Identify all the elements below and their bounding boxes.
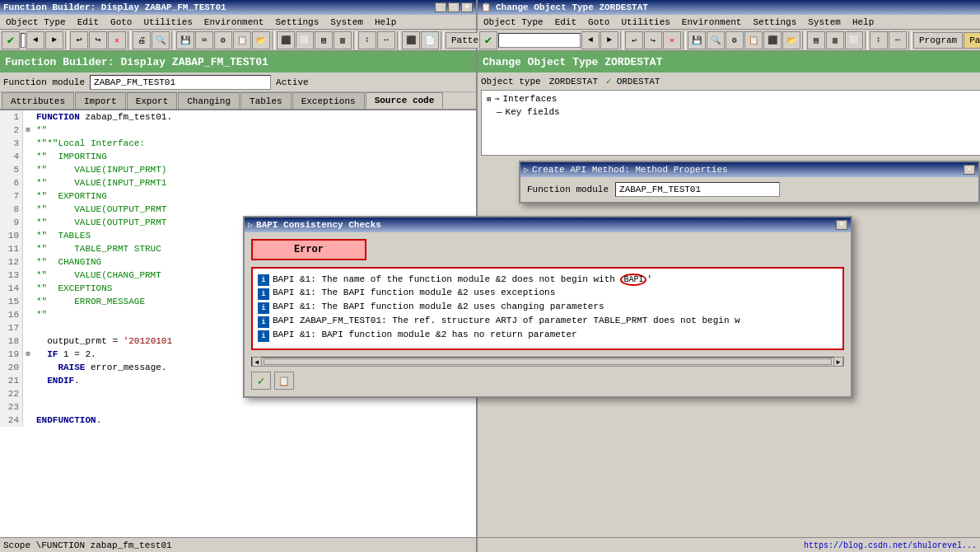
menu-goto[interactable]: Goto <box>108 16 134 28</box>
tb-btn7[interactable]: 📂 <box>252 31 270 49</box>
info-icon-4: i <box>258 316 269 328</box>
menu-environment[interactable]: Environment <box>202 16 267 28</box>
right-menu-goto[interactable]: Goto <box>586 16 612 28</box>
left-app-title-text: Function Builder: Display ZABAP_FM_TEST0… <box>5 56 268 68</box>
right-fwd[interactable]: ↪ <box>644 31 662 49</box>
tb-btn11[interactable]: ▥ <box>334 31 352 49</box>
bapi-dialog-content: Error i BAPI &1: The name of the functio… <box>245 232 851 396</box>
dialog-scrollbar[interactable]: ◄ ► <box>251 357 844 367</box>
save-btn[interactable]: 💾 <box>176 31 194 49</box>
fm-value: ZABAP_FM_TEST01 <box>94 77 175 87</box>
scroll-left-btn[interactable]: ◄ <box>252 357 262 367</box>
bapi-dialog-icon: ▷ <box>248 220 253 230</box>
right-nav-left[interactable]: ◄ <box>581 31 600 49</box>
table-row: 7 *" EXPORTING <box>0 189 476 203</box>
right-menu-bar: Object Type Edit Goto Utilities Environm… <box>478 15 980 30</box>
right-menu-settings[interactable]: Settings <box>750 16 799 28</box>
right-menu-system[interactable]: System <box>805 16 843 28</box>
tb-btn15[interactable]: 📄 <box>421 31 439 49</box>
menu-system[interactable]: System <box>328 16 366 28</box>
command-input[interactable] <box>21 33 26 48</box>
left-win-controls[interactable]: _ □ × <box>435 2 473 12</box>
right-btn4[interactable]: ⬛ <box>763 31 782 49</box>
right-titlebar-icon: 📋 <box>481 2 491 12</box>
right-check-btn[interactable]: ✔ <box>479 31 497 49</box>
print-btn[interactable]: 🖨 <box>133 31 151 49</box>
tb-btn6[interactable]: 📋 <box>233 31 251 49</box>
api-dialog-title: Create API Method: Method Properties <box>532 165 728 175</box>
left-titlebar: Function Builder: Display ZABAP_FM_TEST0… <box>0 0 476 15</box>
right-btn2[interactable]: ⚙ <box>726 31 744 49</box>
menu-settings[interactable]: Settings <box>273 16 321 28</box>
right-btn9[interactable]: ↕ <box>870 31 888 49</box>
right-btn6[interactable]: ▤ <box>807 31 825 49</box>
right-stop[interactable]: ✕ <box>663 31 681 49</box>
menu-help[interactable]: Help <box>372 16 399 28</box>
table-row: 24 ENDFUNCTION. <box>0 414 476 427</box>
fm-value-box: ZABAP_FM_TEST01 <box>90 75 271 90</box>
right-back[interactable]: ↩ <box>625 31 643 49</box>
info-icon-3: i <box>258 302 269 314</box>
menu-objecttype[interactable]: Object Type <box>3 16 68 28</box>
tb-btn9[interactable]: ⬜ <box>296 31 314 49</box>
tb-btn14[interactable]: ⬛ <box>402 31 420 49</box>
fwd-btn[interactable]: ↪ <box>89 31 107 49</box>
tree-item-keyfields[interactable]: — Key fields <box>483 105 980 119</box>
menu-edit[interactable]: Edit <box>75 16 101 28</box>
shortcut-btn[interactable]: ⌨ <box>195 31 213 49</box>
right-menu-help[interactable]: Help <box>850 16 876 28</box>
right-nav-right[interactable]: ► <box>600 31 618 49</box>
win-maximize-btn[interactable]: □ <box>448 2 460 12</box>
tree-area[interactable]: ⊞ ⇒ Interfaces — Key fields <box>481 90 980 156</box>
nav-left-btn[interactable]: ◄ <box>26 31 44 49</box>
right-menu-environment[interactable]: Environment <box>679 16 744 28</box>
tb-btn5[interactable]: ⚙ <box>214 31 232 49</box>
back-btn[interactable]: ↩ <box>70 31 88 49</box>
api-dialog-close[interactable]: × <box>964 165 975 175</box>
check-btn[interactable]: ✔ <box>2 31 20 49</box>
scroll-right-btn[interactable]: ► <box>833 357 843 367</box>
parameters-btn[interactable]: Parameters <box>964 32 980 49</box>
fm-status: Active <box>276 77 309 87</box>
program-btn[interactable]: Program <box>913 32 963 49</box>
bapi-dialog-close[interactable]: × <box>836 220 847 230</box>
tb-btn10[interactable]: ▤ <box>315 31 333 49</box>
right-btn1[interactable]: 🔍 <box>707 31 725 49</box>
tab-attributes[interactable]: Attributes <box>2 92 74 109</box>
right-btn7[interactable]: ▥ <box>826 31 844 49</box>
right-btn8[interactable]: ⬜ <box>845 31 863 49</box>
right-btn5[interactable]: 📂 <box>782 31 800 49</box>
right-save[interactable]: 💾 <box>688 31 706 49</box>
tab-export[interactable]: Export <box>127 92 178 109</box>
right-menu-utilities[interactable]: Utilities <box>618 16 672 28</box>
menu-utilities[interactable]: Utilities <box>141 16 194 28</box>
tb-btn12[interactable]: ↕ <box>358 31 376 49</box>
keyfields-dash: — <box>497 107 502 117</box>
error-text-1: BAPI &1: The name of the function module… <box>273 274 652 286</box>
tab-import[interactable]: Import <box>75 92 126 109</box>
api-dialog-titlebar: ▷ Create API Method: Method Properties × <box>520 162 978 177</box>
dialog-ok-btn[interactable]: ✓ <box>251 372 271 390</box>
tab-exceptions[interactable]: Exceptions <box>292 92 365 109</box>
tab-tables[interactable]: Tables <box>240 92 292 109</box>
stop-btn[interactable]: ✕ <box>108 31 126 49</box>
dialog-copy-btn[interactable]: 📋 <box>274 372 294 390</box>
tab-sourcecode[interactable]: Source code <box>366 92 444 109</box>
right-sep4 <box>865 31 868 49</box>
right-btn3[interactable]: 📋 <box>744 31 763 49</box>
right-sep3 <box>802 31 805 49</box>
win-minimize-btn[interactable]: _ <box>435 2 446 12</box>
find-btn[interactable]: 🔍 <box>152 31 170 49</box>
win-close-btn[interactable]: × <box>461 2 473 12</box>
right-btn10[interactable]: ↔ <box>889 31 907 49</box>
nav-right-btn[interactable]: ► <box>45 31 63 49</box>
tb-btn8[interactable]: ⬛ <box>277 31 295 49</box>
scrollbar-track[interactable] <box>264 358 832 365</box>
right-menu-edit[interactable]: Edit <box>553 16 579 28</box>
right-menu-objecttype[interactable]: Object Type <box>481 16 546 28</box>
right-command-input[interactable] <box>498 33 581 48</box>
tb-btn13[interactable]: ↔ <box>377 31 395 49</box>
tree-item-interfaces[interactable]: ⊞ ⇒ Interfaces <box>483 92 980 105</box>
table-row: 23 <box>0 400 476 414</box>
tab-changing[interactable]: Changing <box>178 92 240 109</box>
